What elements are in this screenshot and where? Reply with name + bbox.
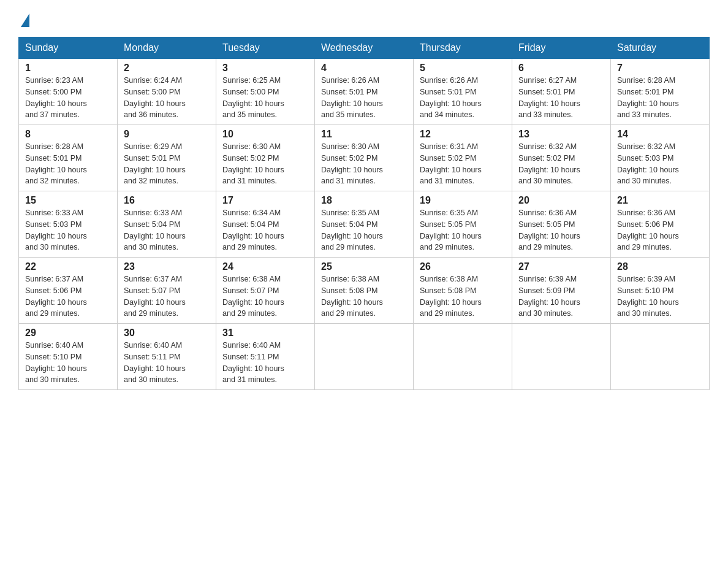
day-number: 3 [222,63,308,74]
calendar-cell: 10 Sunrise: 6:30 AM Sunset: 5:02 PM Dayl… [216,125,315,191]
day-info: Sunrise: 6:29 AM Sunset: 5:01 PM Dayligh… [124,141,210,187]
day-number: 14 [617,129,703,140]
day-number: 22 [25,261,111,272]
weekday-header: Sunday [19,37,118,59]
day-number: 6 [518,63,604,74]
weekday-header: Friday [512,37,611,59]
calendar-cell: 11 Sunrise: 6:30 AM Sunset: 5:02 PM Dayl… [315,125,414,191]
day-info: Sunrise: 6:39 AM Sunset: 5:10 PM Dayligh… [617,274,703,320]
day-info: Sunrise: 6:25 AM Sunset: 5:00 PM Dayligh… [222,75,308,121]
calendar-cell: 31 Sunrise: 6:40 AM Sunset: 5:11 PM Dayl… [216,324,315,390]
day-number: 29 [25,327,111,339]
calendar-cell: 1 Sunrise: 6:23 AM Sunset: 5:00 PM Dayli… [19,59,118,125]
calendar-cell: 28 Sunrise: 6:39 AM Sunset: 5:10 PM Dayl… [611,258,710,324]
calendar-week-row: 1 Sunrise: 6:23 AM Sunset: 5:00 PM Dayli… [19,59,710,125]
day-number: 15 [25,195,111,206]
calendar-cell: 15 Sunrise: 6:33 AM Sunset: 5:03 PM Dayl… [19,191,118,258]
day-number: 28 [617,261,703,272]
day-info: Sunrise: 6:40 AM Sunset: 5:10 PM Dayligh… [25,340,111,386]
calendar-cell [414,324,512,390]
day-number: 27 [518,261,604,272]
day-info: Sunrise: 6:32 AM Sunset: 5:02 PM Dayligh… [518,141,604,187]
day-number: 13 [518,129,604,140]
calendar-cell: 26 Sunrise: 6:38 AM Sunset: 5:08 PM Dayl… [414,258,512,324]
day-info: Sunrise: 6:37 AM Sunset: 5:07 PM Dayligh… [124,274,210,320]
logo [18,12,29,27]
day-info: Sunrise: 6:33 AM Sunset: 5:03 PM Dayligh… [25,207,111,253]
day-number: 2 [124,63,210,74]
day-info: Sunrise: 6:34 AM Sunset: 5:04 PM Dayligh… [222,207,308,253]
calendar-cell: 20 Sunrise: 6:36 AM Sunset: 5:05 PM Dayl… [512,191,611,258]
calendar-cell: 6 Sunrise: 6:27 AM Sunset: 5:01 PM Dayli… [512,59,611,125]
day-info: Sunrise: 6:32 AM Sunset: 5:03 PM Dayligh… [617,141,703,187]
calendar-cell [512,324,611,390]
day-info: Sunrise: 6:36 AM Sunset: 5:06 PM Dayligh… [617,207,703,253]
day-number: 1 [25,63,111,74]
calendar-cell: 9 Sunrise: 6:29 AM Sunset: 5:01 PM Dayli… [118,125,216,191]
calendar-week-row: 22 Sunrise: 6:37 AM Sunset: 5:06 PM Dayl… [19,258,710,324]
day-number: 18 [321,195,407,206]
day-info: Sunrise: 6:28 AM Sunset: 5:01 PM Dayligh… [617,75,703,121]
logo-triangle-icon [21,13,29,27]
day-info: Sunrise: 6:38 AM Sunset: 5:08 PM Dayligh… [321,274,407,320]
calendar-cell: 27 Sunrise: 6:39 AM Sunset: 5:09 PM Dayl… [512,258,611,324]
day-info: Sunrise: 6:33 AM Sunset: 5:04 PM Dayligh… [124,207,210,253]
calendar-cell [611,324,710,390]
weekday-header: Tuesday [216,37,315,59]
calendar-cell: 22 Sunrise: 6:37 AM Sunset: 5:06 PM Dayl… [19,258,118,324]
calendar-cell: 13 Sunrise: 6:32 AM Sunset: 5:02 PM Dayl… [512,125,611,191]
calendar-cell: 24 Sunrise: 6:38 AM Sunset: 5:07 PM Dayl… [216,258,315,324]
day-number: 24 [222,261,308,272]
calendar-cell [315,324,414,390]
day-info: Sunrise: 6:30 AM Sunset: 5:02 PM Dayligh… [321,141,407,187]
day-info: Sunrise: 6:26 AM Sunset: 5:01 PM Dayligh… [321,75,407,121]
weekday-header: Saturday [611,37,710,59]
calendar-cell: 30 Sunrise: 6:40 AM Sunset: 5:11 PM Dayl… [118,324,216,390]
day-number: 30 [124,327,210,339]
day-info: Sunrise: 6:38 AM Sunset: 5:08 PM Dayligh… [420,274,506,320]
calendar-cell: 21 Sunrise: 6:36 AM Sunset: 5:06 PM Dayl… [611,191,710,258]
calendar-cell: 4 Sunrise: 6:26 AM Sunset: 5:01 PM Dayli… [315,59,414,125]
day-number: 25 [321,261,407,272]
day-info: Sunrise: 6:40 AM Sunset: 5:11 PM Dayligh… [124,340,210,386]
day-info: Sunrise: 6:24 AM Sunset: 5:00 PM Dayligh… [124,75,210,121]
day-number: 10 [222,129,308,140]
day-info: Sunrise: 6:40 AM Sunset: 5:11 PM Dayligh… [222,340,308,386]
weekday-header: Thursday [414,37,512,59]
day-info: Sunrise: 6:38 AM Sunset: 5:07 PM Dayligh… [222,274,308,320]
day-number: 21 [617,195,703,206]
day-info: Sunrise: 6:35 AM Sunset: 5:05 PM Dayligh… [420,207,506,253]
calendar-cell: 3 Sunrise: 6:25 AM Sunset: 5:00 PM Dayli… [216,59,315,125]
day-info: Sunrise: 6:39 AM Sunset: 5:09 PM Dayligh… [518,274,604,320]
day-number: 11 [321,129,407,140]
day-number: 16 [124,195,210,206]
day-number: 12 [420,129,506,140]
calendar-cell: 25 Sunrise: 6:38 AM Sunset: 5:08 PM Dayl… [315,258,414,324]
day-number: 5 [420,63,506,74]
day-info: Sunrise: 6:27 AM Sunset: 5:01 PM Dayligh… [518,75,604,121]
day-number: 7 [617,63,703,74]
calendar-cell: 23 Sunrise: 6:37 AM Sunset: 5:07 PM Dayl… [118,258,216,324]
day-number: 31 [222,327,308,339]
calendar-cell: 29 Sunrise: 6:40 AM Sunset: 5:10 PM Dayl… [19,324,118,390]
day-number: 17 [222,195,308,206]
calendar-cell: 8 Sunrise: 6:28 AM Sunset: 5:01 PM Dayli… [19,125,118,191]
calendar-week-row: 8 Sunrise: 6:28 AM Sunset: 5:01 PM Dayli… [19,125,710,191]
day-number: 8 [25,129,111,140]
calendar-cell: 17 Sunrise: 6:34 AM Sunset: 5:04 PM Dayl… [216,191,315,258]
weekday-header: Monday [118,37,216,59]
day-info: Sunrise: 6:35 AM Sunset: 5:04 PM Dayligh… [321,207,407,253]
calendar-cell: 18 Sunrise: 6:35 AM Sunset: 5:04 PM Dayl… [315,191,414,258]
day-number: 19 [420,195,506,206]
day-info: Sunrise: 6:28 AM Sunset: 5:01 PM Dayligh… [25,141,111,187]
calendar-week-row: 15 Sunrise: 6:33 AM Sunset: 5:03 PM Dayl… [19,191,710,258]
weekday-header-row: SundayMondayTuesdayWednesdayThursdayFrid… [19,37,710,59]
day-info: Sunrise: 6:37 AM Sunset: 5:06 PM Dayligh… [25,274,111,320]
calendar-table: SundayMondayTuesdayWednesdayThursdayFrid… [18,37,710,390]
day-number: 26 [420,261,506,272]
day-info: Sunrise: 6:30 AM Sunset: 5:02 PM Dayligh… [222,141,308,187]
calendar-cell: 14 Sunrise: 6:32 AM Sunset: 5:03 PM Dayl… [611,125,710,191]
day-number: 9 [124,129,210,140]
weekday-header: Wednesday [315,37,414,59]
calendar-week-row: 29 Sunrise: 6:40 AM Sunset: 5:10 PM Dayl… [19,324,710,390]
